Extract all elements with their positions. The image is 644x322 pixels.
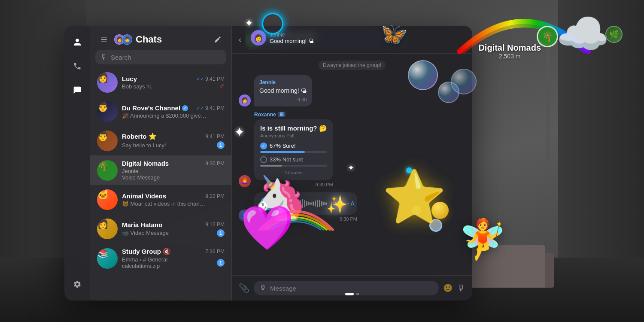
chat-item-animal[interactable]: 🐱 Animal Videos 9:22 PM 🐱 Moar cat video…: [90, 185, 231, 214]
chat-avatar-roberto: 👨: [97, 131, 118, 151]
waveform-bar: [287, 200, 288, 207]
voice-play-button[interactable]: [260, 197, 274, 210]
search-input[interactable]: [111, 54, 221, 61]
chat-name-row-nomads: Digital Nomads 9:30 PM: [122, 160, 225, 167]
msg-time-1: 9:30: [298, 97, 307, 102]
chat-list-header: 👩 👨 Chats: [90, 26, 231, 50]
message-input[interactable]: [270, 285, 433, 292]
sidebar-toggle-button[interactable]: [97, 33, 111, 46]
poll-option-2[interactable]: 33% Not sure: [260, 156, 327, 167]
poll-bar-bg-2: [260, 165, 327, 167]
chats-icon: [73, 86, 82, 94]
msg-avatar-voice: 👤: [239, 210, 251, 222]
compose-button[interactable]: [211, 33, 225, 46]
chat-preview-row-nomads: JennieVoice Message: [122, 168, 225, 181]
sidebar-icon-settings[interactable]: [70, 276, 85, 292]
chat-list-panel: 👩 👨 Chats 🎙 👩 Lucy: [90, 26, 232, 301]
msg-bubble-1: Jennie Good morning! 🌤 9:30: [254, 75, 312, 106]
waveform-bar: [293, 200, 295, 207]
waveform-bar: [325, 202, 327, 205]
poll-option-1[interactable]: ✓ 67% Sure!: [260, 143, 327, 153]
chat-avatar-lucy: 👩: [97, 72, 118, 93]
voice-translate-button[interactable]: →A: [344, 200, 354, 207]
search-bar[interactable]: 🎙: [95, 50, 226, 64]
waveform-bar: [306, 201, 307, 206]
waveform-bar: [308, 202, 310, 205]
chat-avatar-maria: 👩: [97, 219, 118, 239]
chat-info-study: Study Group 🔇 7:36 PM Emma › # Generalca…: [122, 248, 225, 269]
waveform-bar: [300, 200, 301, 207]
msg-text-1: Good morning! 🌤: [259, 87, 307, 95]
preview-content: Jennie Good morning! 🌤: [270, 32, 389, 44]
chat-name-nomads: Digital Nomads: [122, 160, 169, 167]
chat-preview-row-animal: 🐱 Moar cat videos in this channel?: [122, 200, 225, 207]
poll-bar-fill-1: [260, 151, 305, 153]
poll-check-1: ✓: [260, 143, 267, 149]
chat-avatar-durove: 👨: [97, 101, 118, 122]
poll-bar-fill-2: [260, 165, 282, 167]
read-check-lucy: ✓✓: [196, 76, 204, 82]
chat-time-animal: 9:22 PM: [205, 193, 225, 199]
back-button[interactable]: ‹: [239, 35, 241, 44]
voice-button[interactable]: 🎙: [457, 283, 465, 293]
sidebar-icon-contacts[interactable]: [70, 34, 85, 50]
chat-info-nomads: Digital Nomads 9:30 PM JennieVoice Messa…: [122, 160, 225, 181]
system-message: Dwayne joined the group!: [319, 61, 386, 70]
chat-avatar-nomads: 🌴: [97, 160, 118, 181]
badge-roberto: 1: [217, 141, 225, 149]
message-row-1: 👩 Jennie Good morning! 🌤 9:30: [239, 75, 465, 106]
chat-item-durove[interactable]: 👨 Du Rove's Channel ✓ ✓✓ 9:41 PM 🎉 Annou…: [90, 97, 231, 126]
waveform-bar: [289, 198, 290, 209]
message-row-3: 👤 0:21 →A 9:30 PM: [239, 192, 465, 222]
chat-item-study[interactable]: 📚 Study Group 🔇 7:36 PM Emma › # General…: [90, 243, 231, 273]
msg-avatar-roxanne: 👩‍🦰: [239, 175, 251, 187]
waveform-bar: [298, 202, 299, 205]
chat-item-lucy[interactable]: 👩 Lucy ✓✓ 9:41 PM Bob says hi. 📌: [90, 68, 231, 97]
voice-container: 0:21 →A 9:30 PM: [254, 192, 357, 222]
chat-preview-row-maria: 📹 Video Message 1: [122, 229, 225, 237]
waveform-bar: [313, 201, 314, 206]
attach-button[interactable]: 📎: [239, 283, 249, 293]
chats-title: Chats: [136, 34, 162, 45]
chat-preview-nomads: JennieVoice Message: [122, 168, 160, 181]
msg-time-row-3: 9:30 PM: [254, 216, 357, 222]
chat-preview-durove: 🎉 Announcing a $200,000 giveaway! To cel…: [122, 112, 208, 119]
message-input-area: 📎 🎙 🙂 🎙: [232, 275, 472, 301]
sidebar-icon-chats[interactable]: [70, 82, 85, 98]
chat-preview-roberto: Say hello to Lucy!: [122, 142, 166, 149]
settings-icon: [73, 280, 82, 289]
verified-badge: ✓: [182, 105, 188, 111]
main-ui-container: 👩 👨 Chats 🎙 👩 Lucy: [64, 26, 472, 301]
chat-time-nomads: 9:30 PM: [205, 161, 225, 167]
waveform-bar: [302, 199, 303, 208]
chat-info-maria: Maria Hatano 9:12 PM 📹 Video Message 1: [122, 221, 225, 237]
poll-votes: 14 votes: [260, 170, 327, 175]
emoji-button[interactable]: 🙂: [443, 283, 453, 293]
chat-avatar-animal: 🐱: [97, 189, 118, 210]
chat-info-lucy: Lucy ✓✓ 9:41 PM Bob says hi. 📌: [122, 75, 225, 90]
chat-item-nomads[interactable]: 🌴 Digital Nomads 9:30 PM JennieVoice Mes…: [90, 155, 231, 185]
badge-study: 1: [217, 259, 225, 267]
voice-bubble: 0:21 →A: [254, 192, 357, 215]
chat-preview-row-roberto: Say hello to Lucy! 1: [122, 141, 225, 149]
top-preview-message: 👩 Jennie Good morning! 🌤 9:30: [245, 26, 408, 50]
waveform-bar: [304, 200, 305, 207]
sidebar-icon-calls[interactable]: [70, 58, 85, 74]
msg-time-2: 9:30 PM: [316, 182, 333, 187]
chat-info-roberto: Roberto ⭐ 9:41 PM Say hello to Lucy! 1: [122, 133, 225, 149]
chat-name-maria: Maria Hatano: [122, 221, 162, 228]
chat-name-durove: Du Rove's Channel ✓: [122, 104, 188, 112]
chat-time-durove: ✓✓ 9:41 PM: [196, 105, 225, 111]
chat-preview-animal: 🐱 Moar cat videos in this channel?: [122, 200, 208, 207]
chat-item-maria[interactable]: 👩 Maria Hatano 9:12 PM 📹 Video Message 1: [90, 214, 231, 243]
chat-item-roberto[interactable]: 👨 Roberto ⭐ 9:41 PM Say hello to Lucy! 1: [90, 126, 231, 155]
page-dots: [345, 293, 359, 295]
input-mic-icon[interactable]: 🎙: [260, 284, 267, 292]
chat-list: 👩 Lucy ✓✓ 9:41 PM Bob says hi. 📌 👨 Du Ro…: [90, 68, 231, 301]
waveform-bar: [321, 201, 322, 206]
chat-name-row-roberto: Roberto ⭐ 9:41 PM: [122, 133, 225, 140]
waveform-bar: [278, 203, 279, 204]
msg-time-row-1: 9:30: [259, 97, 307, 102]
msg-time-row-2: 9:30 PM: [254, 182, 333, 187]
chat-name-row-lucy: Lucy ✓✓ 9:41 PM: [122, 75, 225, 82]
